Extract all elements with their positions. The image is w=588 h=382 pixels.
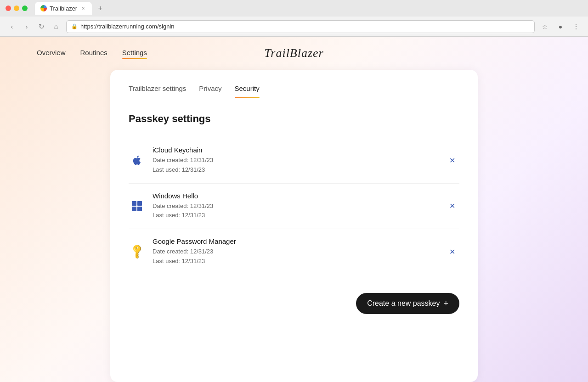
browser-toolbar: ‹ › ↻ ⌂ 🔒 https://trailblazerrunning.com… xyxy=(0,17,588,37)
nav-overview[interactable]: Overview xyxy=(37,49,66,58)
windows-name: Windows Hello xyxy=(153,192,437,200)
passkey-item-windows: Windows Hello Date created: 12/31/23 Las… xyxy=(129,184,459,230)
delete-google-button[interactable]: ✕ xyxy=(445,244,459,259)
tab-bar: Trailblazer × + xyxy=(35,2,107,15)
icloud-date-created: Date created: 12/31/23 xyxy=(153,156,437,165)
tab-security[interactable]: Security xyxy=(235,84,260,98)
close-window-button[interactable] xyxy=(6,6,11,11)
create-passkey-label: Create a new passkey xyxy=(367,299,440,308)
google-name: Google Password Manager xyxy=(153,237,437,245)
windows-date-created: Date created: 12/31/23 xyxy=(153,202,437,211)
google-key-icon: 🔑 xyxy=(129,243,145,260)
windows-info: Windows Hello Date created: 12/31/23 Las… xyxy=(153,192,437,221)
site-logo: TrailBlazer xyxy=(264,46,323,60)
create-btn-wrapper: Create a new passkey + xyxy=(129,293,459,314)
icloud-icon xyxy=(129,152,145,169)
browser-frame: Trailblazer × + ‹ › ↻ ⌂ 🔒 https://trailb… xyxy=(0,0,588,382)
toolbar-actions: ☆ ● ⋮ xyxy=(538,20,582,33)
passkey-item-icloud: iCloud Keychain Date created: 12/31/23 L… xyxy=(129,138,459,184)
maximize-window-button[interactable] xyxy=(22,6,28,11)
new-tab-button[interactable]: + xyxy=(94,2,107,15)
back-button[interactable]: ‹ xyxy=(6,20,18,33)
browser-tab[interactable]: Trailblazer × xyxy=(35,2,92,15)
icloud-last-used: Last used: 12/31/23 xyxy=(153,165,437,175)
google-last-used: Last used: 12/31/23 xyxy=(153,257,437,266)
settings-card: Trailblazer settings Privacy Security Pa… xyxy=(110,70,478,382)
nav-settings[interactable]: Settings xyxy=(122,49,147,58)
icloud-name: iCloud Keychain xyxy=(153,146,437,154)
page-content: Overview Routines Settings TrailBlazer T… xyxy=(0,37,588,382)
windows-icon xyxy=(129,198,145,214)
windows-meta: Date created: 12/31/23 Last used: 12/31/… xyxy=(153,202,437,221)
address-bar[interactable]: 🔒 https://trailblazerrunning.com/signin xyxy=(66,20,535,33)
tab-trailblazer-settings[interactable]: Trailblazer settings xyxy=(129,84,186,98)
main-content: Trailblazer settings Privacy Security Pa… xyxy=(0,70,588,382)
tab-favicon xyxy=(40,5,47,11)
passkey-list: iCloud Keychain Date created: 12/31/23 L… xyxy=(129,138,459,275)
minimize-window-button[interactable] xyxy=(14,6,19,11)
nav-links: Overview Routines Settings xyxy=(37,49,147,58)
lock-icon: 🔒 xyxy=(71,23,78,29)
icloud-meta: Date created: 12/31/23 Last used: 12/31/… xyxy=(153,156,437,175)
google-date-created: Date created: 12/31/23 xyxy=(153,247,437,257)
google-meta: Date created: 12/31/23 Last used: 12/31/… xyxy=(153,247,437,266)
forward-button[interactable]: › xyxy=(20,20,33,33)
passkey-item-google: 🔑 Google Password Manager Date created: … xyxy=(129,229,459,275)
create-passkey-plus-icon: + xyxy=(443,299,448,308)
close-tab-button[interactable]: × xyxy=(80,5,86,11)
bookmark-button[interactable]: ☆ xyxy=(538,20,551,33)
delete-windows-button[interactable]: ✕ xyxy=(445,199,459,213)
section-title: Passkey settings xyxy=(129,113,459,125)
create-passkey-button[interactable]: Create a new passkey + xyxy=(356,293,459,314)
home-button[interactable]: ⌂ xyxy=(50,20,62,33)
tab-privacy[interactable]: Privacy xyxy=(199,84,221,98)
profile-button[interactable]: ● xyxy=(554,20,567,33)
nav-routines[interactable]: Routines xyxy=(80,49,107,58)
icloud-info: iCloud Keychain Date created: 12/31/23 L… xyxy=(153,146,437,175)
menu-button[interactable]: ⋮ xyxy=(570,20,582,33)
title-bar: Trailblazer × + xyxy=(0,0,588,17)
navigation-buttons: ‹ › ↻ ⌂ xyxy=(6,20,62,33)
google-info: Google Password Manager Date created: 12… xyxy=(153,237,437,266)
refresh-button[interactable]: ↻ xyxy=(35,20,48,33)
windows-last-used: Last used: 12/31/23 xyxy=(153,211,437,220)
settings-tabs: Trailblazer settings Privacy Security xyxy=(129,84,459,98)
site-nav: Overview Routines Settings TrailBlazer xyxy=(0,37,588,70)
delete-icloud-button[interactable]: ✕ xyxy=(445,153,459,168)
traffic-lights xyxy=(6,6,28,11)
tab-title: Trailblazer xyxy=(50,5,77,12)
url-text: https://trailblazerrunning.com/signin xyxy=(80,23,175,30)
